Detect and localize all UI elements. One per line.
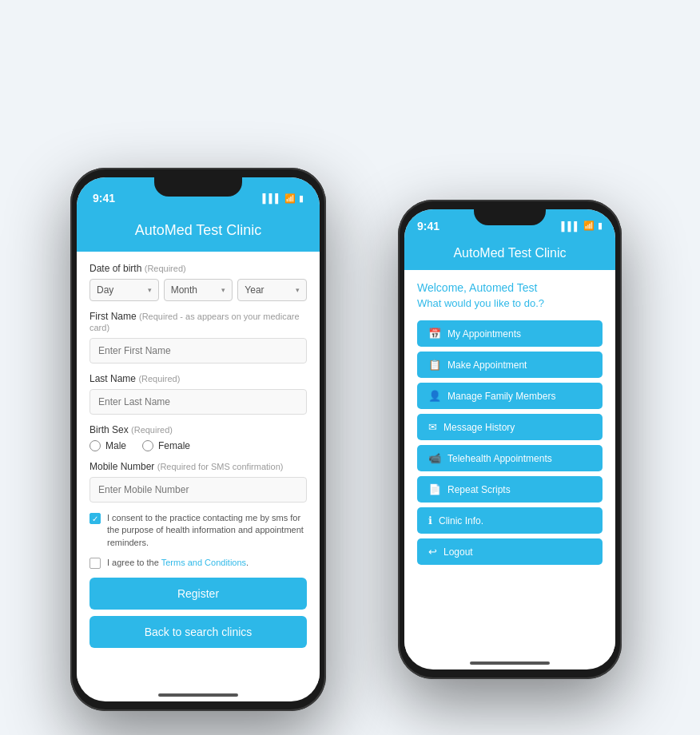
menu-label-3: Message History xyxy=(443,422,515,433)
menu-item-2[interactable]: 👤Manage Family Members xyxy=(417,383,603,409)
wifi-icon-2: 📶 xyxy=(583,220,595,231)
menu-item-1[interactable]: 📋Make Appointment xyxy=(417,352,603,378)
male-option[interactable]: Male xyxy=(89,440,126,451)
status-icons-2: ▌▌▌ 📶 ▮ xyxy=(562,220,603,231)
menu-item-5[interactable]: 📄Repeat Scripts xyxy=(417,476,603,503)
last-name-field-group: Last Name (Required) xyxy=(89,373,307,415)
female-option[interactable]: Female xyxy=(142,440,190,451)
dob-row: Day ▾ Month ▾ Year ▾ xyxy=(89,279,307,301)
question-text: What would you like to do.? xyxy=(417,297,603,309)
menu-icon-3: ✉ xyxy=(428,421,437,433)
battery-icon-2: ▮ xyxy=(598,220,603,231)
terms-checkbox-row: I agree to the Terms and Conditions. xyxy=(89,557,307,569)
menu-content: Welcome, Automed Test What would you lik… xyxy=(404,270,615,657)
dob-label: Date of birth (Required) xyxy=(89,263,307,274)
menu-label-2: Manage Family Members xyxy=(447,391,555,402)
register-button[interactable]: Register xyxy=(89,578,307,610)
terms-checkbox[interactable] xyxy=(89,558,101,569)
menu-icon-7: ↩ xyxy=(428,546,437,558)
first-name-field-group: First Name (Required - as appears on you… xyxy=(89,311,307,364)
mobile-input[interactable] xyxy=(89,477,307,503)
status-time-2: 9:41 xyxy=(417,220,439,232)
signal-icon: ▌▌▌ xyxy=(263,193,281,203)
app-header-2: AutoMed Test Clinic xyxy=(404,238,615,270)
checkmark-icon: ✓ xyxy=(92,514,98,523)
clinic-title-2: AutoMed Test Clinic xyxy=(416,246,604,260)
terms-link[interactable]: Terms and Conditions xyxy=(161,558,246,567)
menu-buttons: 📅My Appointments📋Make Appointment👤Manage… xyxy=(417,320,603,565)
consent-checkbox[interactable]: ✓ xyxy=(89,513,101,524)
male-radio[interactable] xyxy=(89,440,101,451)
mobile-field-group: Mobile Number (Required for SMS confirma… xyxy=(89,461,307,503)
phone-menu: 9:41 ▌▌▌ 📶 ▮ AutoMed Test Clinic Welcome… xyxy=(398,200,622,679)
birth-sex-label: Birth Sex (Required) xyxy=(89,424,307,435)
menu-icon-5: 📄 xyxy=(428,483,441,495)
birth-sex-field-group: Birth Sex (Required) Male Female xyxy=(89,424,307,451)
back-to-search-button[interactable]: Back to search clinics xyxy=(89,616,307,648)
mobile-label: Mobile Number (Required for SMS confirma… xyxy=(89,461,307,472)
menu-icon-0: 📅 xyxy=(428,328,441,340)
menu-label-7: Logout xyxy=(443,546,473,558)
registration-form: Date of birth (Required) Day ▾ Month ▾ xyxy=(77,252,320,683)
notch-2 xyxy=(474,209,546,225)
menu-label-1: Make Appointment xyxy=(447,360,527,371)
phone-registration: 9:41 ▌▌▌ 📶 ▮ AutoMed Test Clinic Date of… xyxy=(70,168,326,711)
app-header-1: AutoMed Test Clinic xyxy=(77,213,320,252)
menu-icon-1: 📋 xyxy=(428,359,441,371)
last-name-input[interactable] xyxy=(89,389,307,415)
menu-item-0[interactable]: 📅My Appointments xyxy=(417,320,603,347)
menu-label-5: Repeat Scripts xyxy=(447,484,511,495)
clinic-title-1: AutoMed Test Clinic xyxy=(89,222,307,239)
month-arrow-icon: ▾ xyxy=(221,286,225,294)
consent-checkbox-row: ✓ I consent to the practice contacting m… xyxy=(89,512,307,549)
year-arrow-icon: ▾ xyxy=(296,286,300,294)
menu-item-6[interactable]: ℹClinic Info. xyxy=(417,507,603,534)
menu-item-4[interactable]: 📹Telehealth Appointments xyxy=(417,445,603,471)
day-arrow-icon: ▾ xyxy=(148,286,152,294)
year-select[interactable]: Year ▾ xyxy=(237,279,307,301)
home-indicator-2 xyxy=(470,662,550,665)
welcome-text: Welcome, Automed Test xyxy=(417,281,603,294)
menu-item-3[interactable]: ✉Message History xyxy=(417,414,603,440)
menu-icon-2: 👤 xyxy=(428,390,441,402)
status-time-1: 9:41 xyxy=(93,192,115,205)
dob-field-group: Date of birth (Required) Day ▾ Month ▾ xyxy=(89,263,307,301)
status-icons-1: ▌▌▌ 📶 ▮ xyxy=(263,193,304,204)
menu-label-4: Telehealth Appointments xyxy=(447,453,552,464)
first-name-input[interactable] xyxy=(89,338,307,364)
signal-icon-2: ▌▌▌ xyxy=(562,221,580,231)
menu-label-0: My Appointments xyxy=(447,328,521,340)
menu-icon-4: 📹 xyxy=(428,452,441,464)
last-name-label: Last Name (Required) xyxy=(89,373,307,384)
day-select[interactable]: Day ▾ xyxy=(89,279,159,301)
month-select[interactable]: Month ▾ xyxy=(164,279,233,301)
consent-text: I consent to the practice contacting me … xyxy=(107,512,307,549)
female-radio[interactable] xyxy=(142,440,153,451)
menu-icon-6: ℹ xyxy=(428,514,432,526)
first-name-label: First Name (Required - as appears on you… xyxy=(89,311,307,333)
terms-text: I agree to the Terms and Conditions. xyxy=(107,557,249,569)
menu-label-6: Clinic Info. xyxy=(439,515,483,526)
home-indicator-1 xyxy=(158,693,238,697)
birth-sex-radio-row: Male Female xyxy=(89,440,307,451)
wifi-icon: 📶 xyxy=(284,193,296,204)
menu-item-7[interactable]: ↩Logout xyxy=(417,538,603,565)
notch-1 xyxy=(154,177,242,197)
battery-icon: ▮ xyxy=(299,193,304,204)
